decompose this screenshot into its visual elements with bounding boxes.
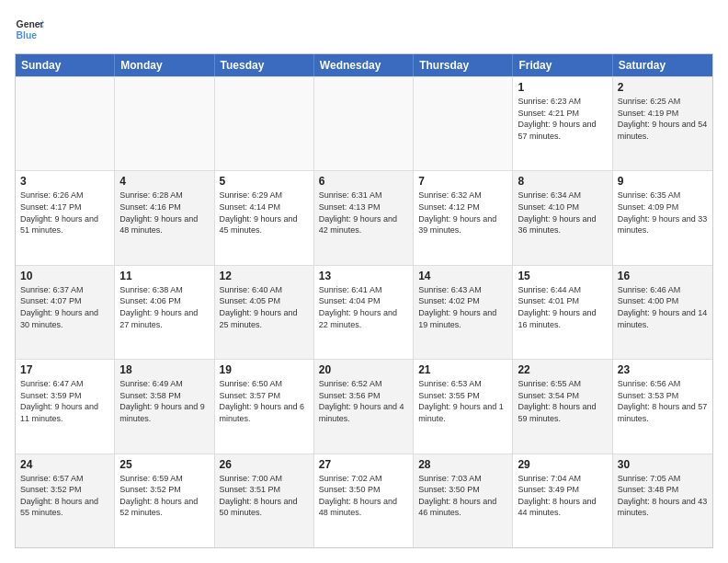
day-info: Sunrise: 6:32 AM Sunset: 4:12 PM Dayligh…: [418, 190, 507, 236]
day-header-saturday: Saturday: [613, 54, 712, 76]
svg-text:Blue: Blue: [17, 30, 38, 40]
calendar-day-16: 16Sunrise: 6:46 AM Sunset: 4:00 PM Dayli…: [613, 266, 712, 359]
day-header-tuesday: Tuesday: [215, 54, 314, 76]
day-info: Sunrise: 6:56 AM Sunset: 3:53 PM Dayligh…: [618, 378, 708, 424]
calendar-day-29: 29Sunrise: 7:04 AM Sunset: 3:49 PM Dayli…: [513, 454, 612, 547]
calendar-day-17: 17Sunrise: 6:47 AM Sunset: 3:59 PM Dayli…: [16, 360, 115, 453]
day-info: Sunrise: 7:05 AM Sunset: 3:48 PM Dayligh…: [618, 473, 708, 519]
day-number: 4: [119, 175, 209, 188]
day-info: Sunrise: 6:44 AM Sunset: 4:01 PM Dayligh…: [518, 284, 607, 330]
day-number: 25: [119, 458, 209, 471]
page: General Blue SundayMondayTuesdayWednesda…: [0, 0, 728, 563]
day-info: Sunrise: 6:57 AM Sunset: 3:52 PM Dayligh…: [20, 473, 109, 519]
day-info: Sunrise: 6:38 AM Sunset: 4:06 PM Dayligh…: [119, 284, 209, 330]
calendar-day-15: 15Sunrise: 6:44 AM Sunset: 4:01 PM Dayli…: [513, 266, 612, 359]
calendar-day-26: 26Sunrise: 7:00 AM Sunset: 3:51 PM Dayli…: [215, 454, 314, 547]
day-number: 7: [418, 175, 507, 188]
day-header-thursday: Thursday: [414, 54, 513, 76]
calendar-day-19: 19Sunrise: 6:50 AM Sunset: 3:57 PM Dayli…: [215, 360, 314, 453]
day-header-wednesday: Wednesday: [314, 54, 414, 76]
day-header-monday: Monday: [115, 54, 214, 76]
calendar-day-5: 5Sunrise: 6:29 AM Sunset: 4:14 PM Daylig…: [215, 171, 314, 264]
header: General Blue: [15, 15, 713, 44]
calendar-day-6: 6Sunrise: 6:31 AM Sunset: 4:13 PM Daylig…: [314, 171, 414, 264]
day-info: Sunrise: 6:43 AM Sunset: 4:02 PM Dayligh…: [418, 284, 507, 330]
calendar-day-24: 24Sunrise: 6:57 AM Sunset: 3:52 PM Dayli…: [16, 454, 115, 547]
logo: General Blue: [15, 15, 48, 44]
calendar-week-1: 1Sunrise: 6:23 AM Sunset: 4:21 PM Daylig…: [16, 76, 712, 170]
day-info: Sunrise: 6:35 AM Sunset: 4:09 PM Dayligh…: [618, 190, 708, 236]
calendar-day-9: 9Sunrise: 6:35 AM Sunset: 4:09 PM Daylig…: [613, 171, 712, 264]
calendar-day-14: 14Sunrise: 6:43 AM Sunset: 4:02 PM Dayli…: [414, 266, 513, 359]
day-number: 1: [518, 81, 607, 94]
day-number: 22: [518, 363, 607, 376]
day-number: 28: [418, 458, 507, 471]
day-number: 27: [319, 458, 408, 471]
calendar-body: 1Sunrise: 6:23 AM Sunset: 4:21 PM Daylig…: [16, 76, 712, 547]
day-info: Sunrise: 6:26 AM Sunset: 4:17 PM Dayligh…: [20, 190, 109, 236]
day-info: Sunrise: 6:52 AM Sunset: 3:56 PM Dayligh…: [319, 378, 408, 424]
calendar-day-empty: [414, 77, 513, 170]
day-number: 2: [618, 81, 708, 94]
day-number: 19: [220, 363, 309, 376]
day-info: Sunrise: 6:29 AM Sunset: 4:14 PM Dayligh…: [220, 190, 309, 236]
day-number: 30: [618, 458, 708, 471]
day-number: 20: [319, 363, 408, 376]
day-header-friday: Friday: [513, 54, 612, 76]
day-info: Sunrise: 6:49 AM Sunset: 3:58 PM Dayligh…: [119, 378, 209, 424]
calendar-day-22: 22Sunrise: 6:55 AM Sunset: 3:54 PM Dayli…: [513, 360, 612, 453]
calendar-day-11: 11Sunrise: 6:38 AM Sunset: 4:06 PM Dayli…: [115, 266, 214, 359]
calendar-day-empty: [115, 77, 214, 170]
day-info: Sunrise: 7:00 AM Sunset: 3:51 PM Dayligh…: [220, 473, 309, 519]
day-number: 17: [20, 363, 109, 376]
day-info: Sunrise: 6:37 AM Sunset: 4:07 PM Dayligh…: [20, 284, 109, 330]
calendar-day-18: 18Sunrise: 6:49 AM Sunset: 3:58 PM Dayli…: [115, 360, 214, 453]
day-number: 21: [418, 363, 507, 376]
calendar-day-10: 10Sunrise: 6:37 AM Sunset: 4:07 PM Dayli…: [16, 266, 115, 359]
day-info: Sunrise: 6:59 AM Sunset: 3:52 PM Dayligh…: [119, 473, 209, 519]
day-info: Sunrise: 6:25 AM Sunset: 4:19 PM Dayligh…: [618, 96, 708, 142]
calendar-day-2: 2Sunrise: 6:25 AM Sunset: 4:19 PM Daylig…: [613, 77, 712, 170]
calendar-day-1: 1Sunrise: 6:23 AM Sunset: 4:21 PM Daylig…: [513, 77, 612, 170]
calendar-day-23: 23Sunrise: 6:56 AM Sunset: 3:53 PM Dayli…: [613, 360, 712, 453]
calendar-day-empty: [314, 77, 414, 170]
calendar-day-4: 4Sunrise: 6:28 AM Sunset: 4:16 PM Daylig…: [115, 171, 214, 264]
logo-icon: General Blue: [15, 15, 44, 44]
day-info: Sunrise: 7:03 AM Sunset: 3:50 PM Dayligh…: [418, 473, 507, 519]
day-number: 8: [518, 175, 607, 188]
day-number: 6: [319, 175, 408, 188]
calendar-day-3: 3Sunrise: 6:26 AM Sunset: 4:17 PM Daylig…: [16, 171, 115, 264]
day-info: Sunrise: 6:46 AM Sunset: 4:00 PM Dayligh…: [618, 284, 708, 330]
calendar-day-21: 21Sunrise: 6:53 AM Sunset: 3:55 PM Dayli…: [414, 360, 513, 453]
day-info: Sunrise: 6:41 AM Sunset: 4:04 PM Dayligh…: [319, 284, 408, 330]
calendar-week-5: 24Sunrise: 6:57 AM Sunset: 3:52 PM Dayli…: [16, 454, 712, 547]
calendar-day-30: 30Sunrise: 7:05 AM Sunset: 3:48 PM Dayli…: [613, 454, 712, 547]
calendar-day-8: 8Sunrise: 6:34 AM Sunset: 4:10 PM Daylig…: [513, 171, 612, 264]
calendar-day-empty: [215, 77, 314, 170]
day-number: 24: [20, 458, 109, 471]
day-number: 16: [618, 270, 708, 282]
day-number: 3: [20, 175, 109, 188]
calendar-week-4: 17Sunrise: 6:47 AM Sunset: 3:59 PM Dayli…: [16, 359, 712, 453]
day-info: Sunrise: 6:47 AM Sunset: 3:59 PM Dayligh…: [20, 378, 109, 424]
day-info: Sunrise: 6:23 AM Sunset: 4:21 PM Dayligh…: [518, 96, 607, 142]
day-number: 12: [220, 270, 309, 282]
calendar-day-27: 27Sunrise: 7:02 AM Sunset: 3:50 PM Dayli…: [314, 454, 414, 547]
day-number: 29: [518, 458, 607, 471]
day-number: 23: [618, 363, 708, 376]
calendar-day-7: 7Sunrise: 6:32 AM Sunset: 4:12 PM Daylig…: [414, 171, 513, 264]
day-info: Sunrise: 6:40 AM Sunset: 4:05 PM Dayligh…: [220, 284, 309, 330]
calendar-day-25: 25Sunrise: 6:59 AM Sunset: 3:52 PM Dayli…: [115, 454, 214, 547]
day-info: Sunrise: 7:02 AM Sunset: 3:50 PM Dayligh…: [319, 473, 408, 519]
day-info: Sunrise: 6:53 AM Sunset: 3:55 PM Dayligh…: [418, 378, 507, 424]
day-number: 14: [418, 270, 507, 282]
day-info: Sunrise: 7:04 AM Sunset: 3:49 PM Dayligh…: [518, 473, 607, 519]
day-info: Sunrise: 6:55 AM Sunset: 3:54 PM Dayligh…: [518, 378, 607, 424]
day-info: Sunrise: 6:28 AM Sunset: 4:16 PM Dayligh…: [119, 190, 209, 236]
calendar-day-20: 20Sunrise: 6:52 AM Sunset: 3:56 PM Dayli…: [314, 360, 414, 453]
day-number: 5: [220, 175, 309, 188]
day-number: 18: [119, 363, 209, 376]
day-number: 15: [518, 270, 607, 282]
day-info: Sunrise: 6:50 AM Sunset: 3:57 PM Dayligh…: [220, 378, 309, 424]
day-number: 9: [618, 175, 708, 188]
